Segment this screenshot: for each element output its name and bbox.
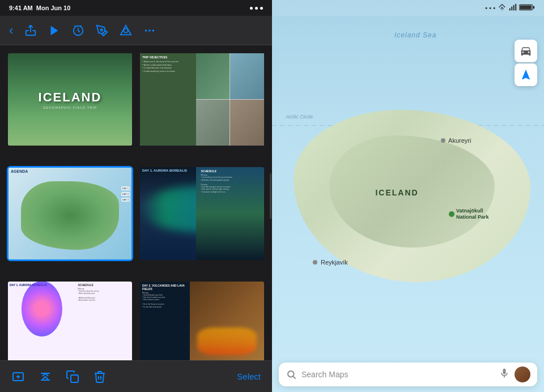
svg-point-6 — [145, 29, 147, 32]
drive-mode-button[interactable] — [515, 40, 537, 62]
svg-marker-1 — [51, 25, 58, 35]
vatnajokull-text: VatnajökullNational Park — [456, 208, 489, 220]
slide-3-label: DAY 3 — [121, 198, 130, 202]
status-dot-1 — [250, 7, 253, 10]
vatnajokull-label: VatnajökullNational Park — [449, 208, 489, 220]
time-display: 9:41 AM — [9, 5, 33, 11]
slide-4-title: DAY 1. AURORA BOREALIS — [142, 169, 187, 172]
reykjavik-text: Reykjavík — [321, 259, 348, 266]
slide-2-text: • Welcome to the land of fire and ice• B… — [142, 60, 194, 73]
add-slide-button[interactable] — [11, 370, 25, 384]
search-icon — [286, 369, 297, 380]
map-search-bar[interactable]: Search Maps — [279, 363, 537, 386]
svg-point-7 — [148, 29, 151, 32]
more-button[interactable] — [143, 24, 156, 37]
svg-marker-4 — [121, 25, 131, 35]
timer-button[interactable] — [72, 24, 84, 37]
slide-3-title: AGENDA — [11, 169, 28, 173]
slides-container[interactable]: ICELAND GEOGRAPHIC FIELD TRIP 1 TRIP OBJ… — [0, 45, 272, 360]
bottom-toolbar: Select — [0, 360, 272, 392]
maps-panel: • • • — [272, 0, 544, 392]
slide-item[interactable]: DAY 1. AURORA BOREALIS SCHEDULE Morning:… — [7, 280, 133, 361]
scroll-indicator — [270, 173, 271, 219]
akureyri-label: Akureyri — [441, 137, 471, 144]
share-button[interactable] — [24, 24, 37, 37]
svg-line-23 — [293, 376, 295, 378]
sea-label: Iceland Sea — [394, 31, 436, 39]
svg-rect-20 — [533, 6, 534, 9]
signal-icon — [509, 3, 517, 12]
svg-rect-15 — [509, 8, 511, 10]
date-display: Mon Jun 10 — [36, 5, 71, 11]
delete-slide-button[interactable] — [93, 370, 107, 384]
slide-2-title: TRIP OBJECTIVES — [142, 56, 194, 59]
svg-rect-21 — [520, 6, 532, 10]
location-button[interactable] — [515, 63, 537, 86]
svg-rect-17 — [513, 5, 515, 11]
draw-button[interactable] — [96, 24, 108, 37]
svg-point-3 — [101, 29, 103, 31]
slide-item[interactable]: DAY 1. AURORA BOREALIS SCHEDULE Morning:… — [139, 166, 265, 261]
shapes-button[interactable] — [120, 24, 132, 37]
slide-5-right-title: SCHEDULE — [78, 283, 130, 287]
keynote-panel: 9:41 AM Mon Jun 10 ‹ — [0, 0, 272, 392]
map-controls — [515, 40, 537, 86]
mic-button[interactable] — [499, 368, 510, 382]
keynote-toolbar: ‹ — [0, 16, 272, 45]
slide-4-text: Morning:• Commentary on how the aurora p… — [201, 174, 264, 193]
slide-item[interactable]: TRIP OBJECTIVES • Welcome to the land of… — [139, 52, 265, 147]
slide-1-title: ICELAND — [39, 90, 102, 105]
svg-rect-14 — [71, 375, 78, 382]
search-placeholder: Search Maps — [301, 370, 494, 379]
slide-item-selected[interactable]: AGENDA DAY 1 DAY 2 DAY 3 — [7, 166, 133, 261]
svg-rect-18 — [515, 4, 516, 11]
transition-button[interactable] — [39, 370, 52, 384]
slide-1-subtitle: GEOGRAPHIC FIELD TRIP — [43, 106, 97, 109]
arctic-circle-label: Arctic Circle — [286, 114, 313, 120]
svg-point-5 — [124, 28, 128, 32]
slide-item[interactable]: DAY 2. VOLCANOES AND LAVA FIELDS Monday:… — [139, 280, 265, 361]
user-avatar[interactable] — [515, 367, 530, 382]
map-status-bar: • • • — [272, 0, 544, 16]
slide-6-text: Monday:• Visit Hekludalur lava field• Se… — [142, 292, 188, 308]
vatnajokull-dot — [449, 211, 454, 217]
akureyri-text: Akureyri — [448, 137, 471, 144]
slide-3-label: DAY 2 — [121, 192, 130, 196]
slides-grid: ICELAND GEOGRAPHIC FIELD TRIP 1 TRIP OBJ… — [7, 52, 265, 360]
copy-slide-button[interactable] — [66, 370, 79, 384]
wifi-dots: • • • — [485, 5, 495, 11]
status-bar-left: 9:41 AM Mon Jun 10 — [0, 0, 272, 16]
slide-item[interactable]: ICELAND GEOGRAPHIC FIELD TRIP — [7, 52, 133, 147]
slide-3-label: DAY 1 — [121, 186, 130, 190]
select-button[interactable]: Select — [237, 372, 261, 381]
svg-point-22 — [288, 371, 294, 377]
play-button[interactable] — [48, 24, 61, 37]
iceland-country-label: ICELAND — [375, 188, 418, 197]
status-dot-3 — [260, 7, 263, 10]
svg-rect-16 — [511, 7, 512, 11]
reykjavik-label: Reykjavík — [313, 259, 348, 266]
slide-4-right-title: SCHEDULE — [201, 169, 264, 173]
svg-point-8 — [152, 29, 155, 32]
battery-display — [519, 3, 535, 12]
wifi-icon — [498, 3, 507, 12]
status-dot-2 — [255, 7, 258, 10]
slide-5-text: Morning:• Text here about the aurora• Mo… — [78, 288, 130, 302]
back-button[interactable]: ‹ — [9, 23, 13, 38]
slide-6-title: DAY 2. VOLCANOES AND LAVA FIELDS — [142, 284, 188, 291]
